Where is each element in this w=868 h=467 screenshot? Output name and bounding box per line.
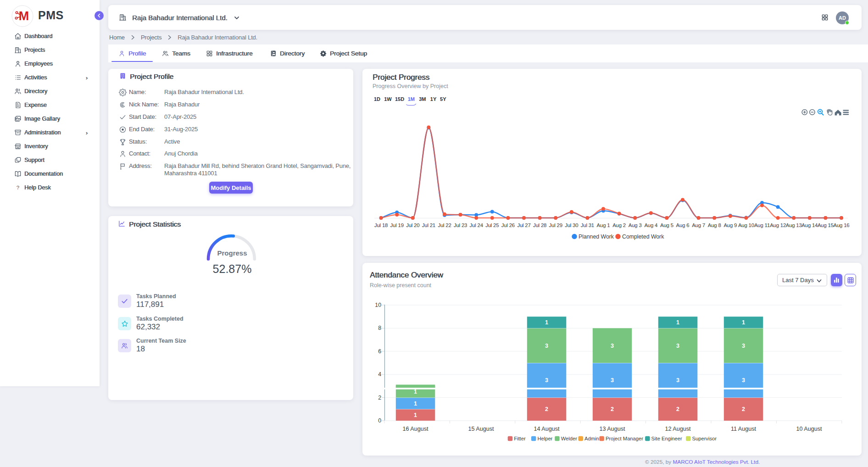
svg-text:Aug 9: Aug 9: [723, 222, 737, 228]
svg-text:Jul 20: Jul 20: [406, 222, 419, 228]
svg-text:Jul 28: Jul 28: [533, 222, 546, 228]
svg-text:11 August: 11 August: [731, 426, 757, 432]
svg-text:Jul 30: Jul 30: [565, 222, 578, 228]
svg-text:Aug 12: Aug 12: [770, 222, 786, 228]
svg-text:2: 2: [676, 406, 679, 412]
svg-text:2: 2: [378, 395, 381, 401]
svg-text:Jul 21: Jul 21: [422, 222, 435, 228]
svg-text:1: 1: [414, 412, 417, 418]
svg-text:M: M: [19, 9, 29, 23]
svg-text:2: 2: [742, 406, 745, 412]
svg-text:1: 1: [545, 319, 548, 326]
svg-text:10: 10: [375, 302, 381, 308]
svg-text:3: 3: [742, 377, 745, 384]
svg-text:Site Engineer: Site Engineer: [651, 436, 682, 441]
svg-text:1: 1: [742, 319, 745, 326]
svg-text:Aug 1: Aug 1: [597, 222, 610, 228]
svg-text:Aug 8: Aug 8: [708, 222, 721, 228]
svg-text:16 August: 16 August: [402, 426, 428, 432]
svg-text:2: 2: [611, 406, 614, 412]
svg-text:Planned Work: Planned Work: [579, 234, 614, 240]
svg-text:Helper: Helper: [537, 436, 552, 441]
svg-text:8: 8: [378, 325, 381, 331]
svg-text:14 August: 14 August: [534, 426, 560, 432]
svg-text:Aug 11: Aug 11: [754, 222, 770, 228]
svg-text:1: 1: [676, 319, 679, 326]
svg-text:Jul 31: Jul 31: [581, 222, 594, 228]
svg-text:3: 3: [611, 343, 614, 349]
svg-text:Aug 13: Aug 13: [786, 222, 802, 228]
svg-text:Aug 7: Aug 7: [692, 222, 705, 228]
svg-text:12 August: 12 August: [665, 426, 691, 432]
svg-text:Aug 10: Aug 10: [738, 222, 754, 228]
svg-text:2: 2: [545, 406, 548, 412]
svg-text:Completed Work: Completed Work: [622, 234, 664, 240]
svg-text:Jul 26: Jul 26: [501, 222, 515, 228]
svg-text:Jul 24: Jul 24: [470, 222, 483, 228]
svg-text:13 August: 13 August: [599, 426, 625, 432]
svg-text:Aug 6: Aug 6: [676, 222, 690, 228]
svg-text:Jul 18: Jul 18: [374, 222, 388, 228]
svg-text:Aug 2: Aug 2: [612, 222, 626, 228]
svg-text:10 August: 10 August: [796, 426, 822, 432]
svg-text:3: 3: [545, 343, 548, 349]
svg-text:Jul 29: Jul 29: [549, 222, 562, 228]
svg-text:Jul 25: Jul 25: [485, 222, 499, 228]
svg-text:Aug 5: Aug 5: [660, 222, 673, 228]
svg-text:Aug 15: Aug 15: [818, 222, 834, 228]
svg-text:Aug 4: Aug 4: [644, 222, 657, 228]
svg-text:3: 3: [676, 377, 679, 384]
svg-text:Supervisor: Supervisor: [692, 436, 717, 441]
svg-text:Jul 22: Jul 22: [438, 222, 451, 228]
svg-text:3: 3: [611, 377, 614, 384]
svg-text:4: 4: [378, 371, 381, 378]
svg-text:3: 3: [545, 377, 548, 384]
svg-text:1: 1: [414, 400, 417, 407]
svg-text:3: 3: [676, 343, 679, 349]
svg-text:1: 1: [414, 389, 417, 395]
svg-text:Admin: Admin: [584, 436, 599, 441]
svg-text:Fitter: Fitter: [514, 436, 526, 441]
svg-text:0: 0: [378, 417, 381, 424]
svg-text:Aug 14: Aug 14: [801, 222, 818, 228]
svg-text:Welder: Welder: [561, 436, 578, 441]
svg-text:Project Manager: Project Manager: [606, 436, 643, 441]
svg-text:6: 6: [378, 348, 381, 355]
svg-text:Jul 19: Jul 19: [390, 222, 404, 228]
svg-text:Aug 3: Aug 3: [629, 222, 642, 228]
svg-text:Aug 16: Aug 16: [834, 222, 850, 228]
svg-text:3: 3: [742, 343, 745, 349]
svg-text:Jul 23: Jul 23: [454, 222, 467, 228]
svg-text:?: ?: [17, 185, 19, 190]
svg-text:Jul 27: Jul 27: [517, 222, 530, 228]
svg-text:15 August: 15 August: [468, 426, 494, 432]
